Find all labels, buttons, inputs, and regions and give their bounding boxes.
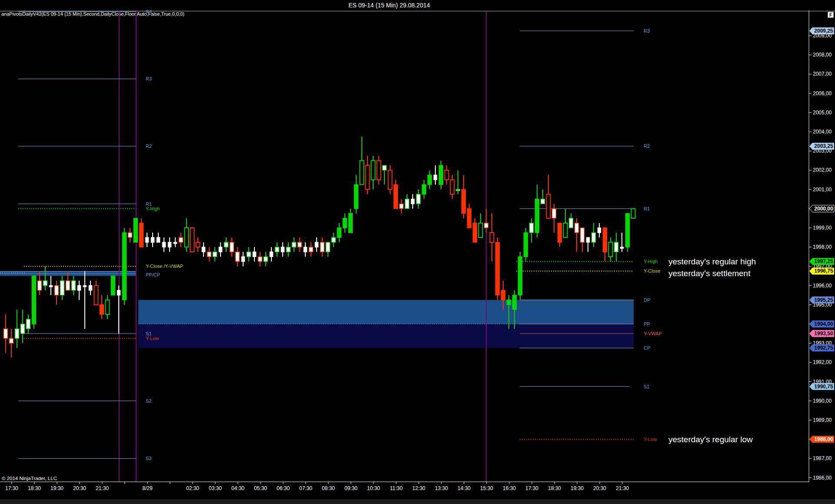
candle	[111, 276, 115, 295]
candle	[411, 194, 414, 209]
time-axis[interactable]: 17:3018:3019:3020:3021:308/2902:3003:300…	[0, 482, 809, 491]
pivot-label-y-vwap: Y-VWAP	[644, 331, 662, 336]
svg-text:20:30: 20:30	[73, 485, 86, 491]
price-axis[interactable]: 1986,001987,001988,001989,001990,001991,…	[809, 10, 832, 482]
candle	[451, 175, 454, 199]
svg-text:2006,00: 2006,00	[813, 90, 832, 97]
candle	[106, 295, 110, 319]
candle	[462, 175, 466, 218]
candle	[383, 165, 387, 184]
candle	[388, 165, 392, 194]
candle	[366, 156, 370, 194]
candle	[140, 218, 144, 247]
svg-text:1992,75: 1992,75	[814, 345, 833, 351]
candle	[50, 276, 53, 295]
candle	[89, 281, 92, 295]
svg-text:2007,00: 2007,00	[813, 71, 832, 77]
candle	[298, 237, 302, 252]
svg-text:1988,00: 1988,00	[814, 436, 833, 442]
candle	[219, 242, 222, 257]
candle	[84, 271, 87, 329]
candle	[631, 209, 635, 218]
pp-cp-zone	[138, 324, 634, 348]
pivot-label-pp-cp: PP/CP	[146, 272, 160, 277]
price-marker-2003-25: 2003,25	[809, 143, 834, 150]
svg-text:08:30: 08:30	[322, 485, 335, 491]
svg-text:1992,00: 1992,00	[813, 359, 832, 365]
candle	[468, 204, 471, 228]
svg-text:2000,00: 2000,00	[814, 206, 833, 212]
pivot-label-y-high: Y-High	[146, 206, 160, 211]
focus-button[interactable]: F	[828, 12, 834, 18]
candle	[547, 175, 551, 218]
candle	[236, 247, 240, 266]
svg-text:12:30: 12:30	[412, 485, 425, 491]
svg-text:06:30: 06:30	[277, 485, 290, 491]
candle	[434, 165, 437, 184]
candle	[349, 209, 353, 233]
candle	[569, 214, 573, 228]
svg-text:15:30: 15:30	[480, 485, 493, 491]
pivot-label-r2: R2	[146, 144, 152, 149]
candle	[490, 214, 494, 261]
pivot-bands-layer	[0, 271, 634, 348]
candle	[157, 233, 160, 242]
candle	[270, 247, 273, 261]
pivot-label-r2: R2	[644, 144, 650, 149]
candle	[281, 242, 284, 257]
candle	[575, 218, 579, 252]
candle	[473, 218, 477, 242]
svg-text:13:30: 13:30	[435, 485, 448, 491]
svg-text:1994,00: 1994,00	[814, 321, 833, 327]
price-marker-1993-50: 1993,50	[809, 330, 834, 337]
annotation-yesterday-settlement: yesterday's settlement	[668, 269, 750, 278]
candle	[603, 228, 607, 261]
candle	[174, 237, 177, 247]
bottom-scrollbar-strip[interactable]	[0, 499, 835, 504]
price-marker-1996-75: 1996,75	[809, 267, 834, 274]
candle	[581, 228, 584, 252]
candle	[72, 276, 76, 295]
candle	[247, 247, 251, 261]
pivot-label-s2: S2	[146, 398, 151, 404]
chart-canvas[interactable]: R4R3R2R1Y-HighY-Close /Y-VWAPPP/CPS1Y-Lo…	[0, 0, 835, 504]
candle	[321, 237, 324, 257]
pivot-label-dp: DP	[644, 297, 650, 303]
svg-text:2001,00: 2001,00	[813, 187, 832, 193]
pivot-label-s3: S3	[146, 456, 151, 461]
svg-text:05:30: 05:30	[254, 485, 267, 491]
svg-text:10:30: 10:30	[367, 485, 380, 491]
candle	[422, 180, 426, 199]
candle	[343, 214, 347, 233]
svg-text:09:30: 09:30	[344, 485, 357, 491]
svg-text:19:30: 19:30	[571, 485, 584, 491]
candle	[394, 180, 398, 209]
candle	[163, 237, 166, 252]
svg-text:21:30: 21:30	[96, 485, 109, 491]
price-marker-1988-00: 1988,00	[809, 436, 834, 443]
pivot-label-s1: S1	[644, 384, 649, 389]
svg-text:07:30: 07:30	[299, 485, 312, 491]
pivot-label-cp: CP	[644, 345, 650, 350]
candle	[151, 233, 154, 247]
candle	[168, 237, 171, 252]
candle	[479, 214, 483, 237]
candle	[253, 247, 256, 261]
candle	[15, 310, 19, 348]
candle	[615, 233, 618, 261]
candle	[439, 160, 443, 189]
svg-text:18:30: 18:30	[548, 485, 561, 491]
candle	[146, 233, 149, 247]
candle	[598, 223, 601, 237]
price-marker-1997-25: 1997,25	[809, 258, 834, 265]
svg-text:1989,00: 1989,00	[813, 417, 832, 423]
svg-text:2009,25: 2009,25	[814, 28, 833, 34]
candle	[377, 156, 381, 184]
candle	[32, 276, 36, 329]
candle	[552, 204, 556, 233]
candle	[354, 175, 358, 213]
candle	[309, 242, 313, 257]
candle	[417, 190, 421, 209]
svg-text:2004,00: 2004,00	[813, 129, 832, 135]
candle	[456, 170, 460, 194]
